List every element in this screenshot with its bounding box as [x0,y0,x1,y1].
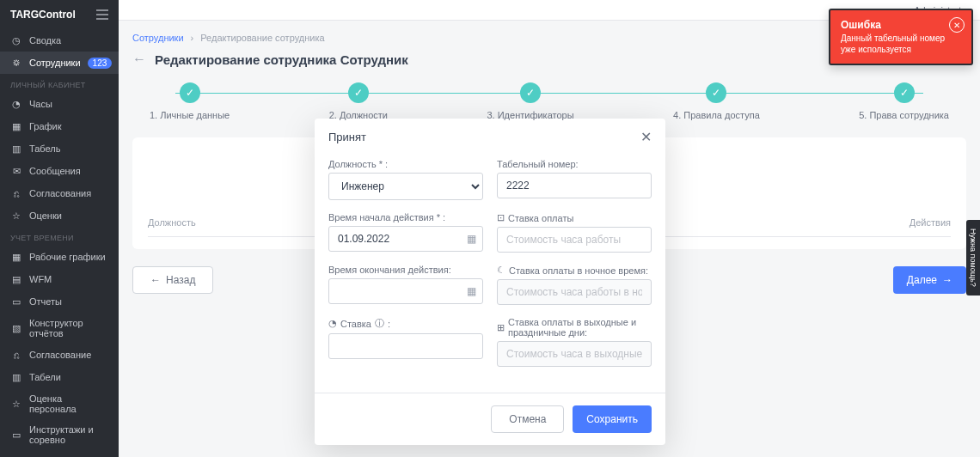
night-rate-label: ☾Ставка оплаты в ночное время: [497,265,652,276]
save-button[interactable]: Сохранить [573,405,652,433]
step-4[interactable]: 4. Правила доступа [673,82,760,120]
toast-title: Ошибка [841,19,946,31]
holiday-icon: ⊞ [497,322,505,333]
step-1[interactable]: 1. Личные данные [150,82,230,120]
step-label: 5. Права сотрудника [859,110,949,120]
position-select[interactable]: Инженер [328,173,483,200]
step-label: 1. Личные данные [150,110,230,120]
holiday-rate-input [497,341,652,367]
modal-title: Принят [328,131,366,143]
close-icon[interactable]: ✕ [640,129,652,145]
check-icon [520,82,541,103]
info-icon[interactable]: ⓘ [375,317,384,330]
calendar-icon[interactable]: ▦ [467,233,476,245]
pay-rate-input[interactable] [497,227,652,253]
modal-overlay: Принят ✕ Должность * : Инженер Табельный… [0,0,980,457]
moon-icon: ☾ [497,265,505,276]
step-5[interactable]: 5. Права сотрудника [859,82,949,120]
check-icon [180,82,200,103]
tab-number-label: Табельный номер: [497,159,652,169]
position-label: Должность * : [328,159,483,169]
position-modal: Принят ✕ Должность * : Инженер Табельный… [315,119,665,445]
start-date-input[interactable] [328,226,483,252]
cancel-button[interactable]: Отмена [491,405,564,433]
start-date-label: Время начала действия * : [328,212,483,222]
step-2[interactable]: 2. Должности [329,82,388,120]
step-label: 2. Должности [329,110,388,120]
toast-message: Данный табельный номер уже используется [841,33,946,55]
end-date-label: Время окончания действия: [328,265,483,275]
rate-input[interactable] [328,333,483,359]
modal-body: Должность * : Инженер Табельный номер: В… [315,155,665,393]
step-3[interactable]: 3. Идентификаторы [487,82,573,120]
check-icon [706,82,726,103]
modal-header: Принят ✕ [315,119,665,155]
money-icon: ⊡ [497,212,505,223]
help-tab[interactable]: Нужна помощь? [966,220,980,296]
modal-footer: Отмена Сохранить [315,393,665,445]
rate-label: ◔Ставкаⓘ : [328,317,483,330]
pay-rate-label: ⊡Ставка оплаты [497,212,652,223]
calendar-icon[interactable]: ▦ [467,285,476,297]
tab-number-input[interactable] [497,173,652,198]
night-rate-input [497,279,652,305]
toast-close-icon[interactable]: ✕ [949,17,965,33]
step-label: 4. Правила доступа [673,110,760,120]
clock-icon: ◔ [328,318,337,329]
check-icon [894,82,915,103]
check-icon [348,82,369,103]
error-toast: Ошибка Данный табельный номер уже исполь… [829,9,973,65]
step-label: 3. Идентификаторы [487,110,573,120]
end-date-input[interactable] [328,278,483,304]
holiday-rate-label: ⊞Ставка оплаты в выходные и праздничные … [497,317,652,338]
